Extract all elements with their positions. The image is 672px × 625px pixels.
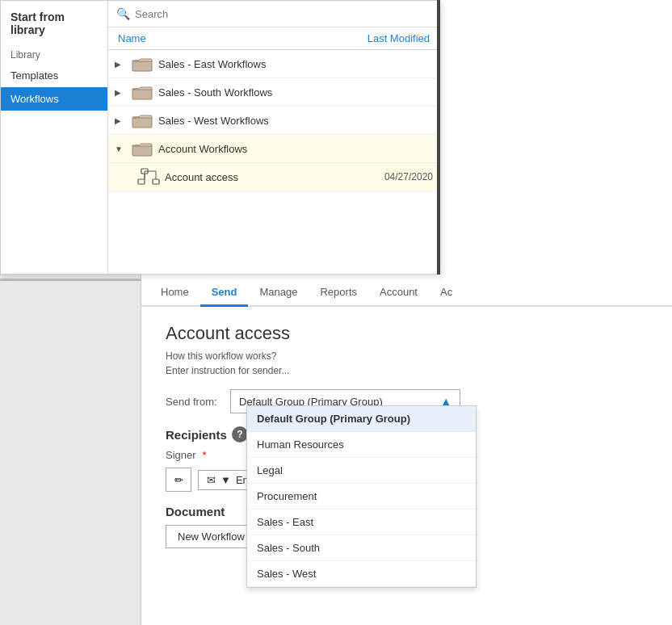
search-icon: 🔍 (116, 7, 130, 20)
expand-arrow-icon: ▶ (115, 88, 128, 97)
help-icon[interactable]: ? (232, 426, 248, 443)
tab-ac[interactable]: Ac (429, 279, 464, 307)
dropdown-item-1[interactable]: Human Resources (247, 432, 476, 458)
dropdown-item-2[interactable]: Legal (247, 458, 476, 484)
dropdown-item-3[interactable]: Procurement (247, 484, 476, 510)
app-container: Home Send Manage Reports Account Ac Acco… (0, 0, 672, 625)
dropdown-menu: Default Group (Primary Group) Human Reso… (246, 405, 477, 588)
search-container: 🔍 (108, 1, 439, 27)
dropdown-chevron: ▼ (220, 474, 231, 486)
svg-rect-1 (132, 89, 152, 99)
library-label: Library (1, 44, 107, 64)
overlay-panel: Start from library Library Templates Wor… (0, 0, 440, 275)
expand-arrow-icon: ▶ (115, 116, 128, 125)
bottom-left-shadow (0, 275, 141, 625)
search-input[interactable] (135, 8, 431, 20)
sidebar: Start from library Library Templates Wor… (1, 1, 108, 274)
table-row[interactable]: ▼ Account Workflows (108, 135, 439, 163)
sidebar-item-workflows[interactable]: Workflows (1, 87, 107, 111)
table-row[interactable]: Account access 04/27/2020 (108, 163, 439, 191)
svg-rect-3 (132, 145, 152, 156)
workflow-icon (137, 168, 160, 186)
file-name: Sales - West Workflows (158, 115, 433, 127)
form-title: Account access (166, 323, 648, 344)
tab-account[interactable]: Account (368, 279, 429, 307)
recipients-label: Recipients (166, 428, 227, 442)
email-icon: ✉ (207, 474, 216, 486)
file-name: Account Workflows (158, 143, 433, 155)
tab-send[interactable]: Send (200, 279, 249, 307)
form-desc2: Enter instruction for sender... (166, 365, 648, 376)
file-panel: 🔍 Name Last Modified ▶ Sales - East Work… (108, 1, 439, 274)
file-name: Sales - East Workflows (158, 58, 433, 70)
file-list: ▶ Sales - East Workflows ▶ Sales - South… (108, 50, 439, 274)
send-from-label: Send from: (166, 396, 222, 408)
folder-icon (131, 55, 153, 73)
expand-arrow-icon: ▼ (115, 145, 128, 153)
file-name: Sales - South Workflows (158, 86, 433, 99)
pen-icon: ✏ (174, 474, 183, 486)
svg-rect-2 (132, 117, 152, 128)
expand-arrow-icon: ▶ (115, 60, 128, 69)
shadow-line (0, 279, 141, 281)
nav-bar: Home Send Manage Reports Account Ac (141, 275, 672, 307)
dropdown-item-0[interactable]: Default Group (Primary Group) (247, 406, 476, 432)
vertical-divider (437, 0, 440, 275)
col-modified-header[interactable]: Last Modified (368, 32, 430, 44)
table-row[interactable]: ▶ Sales - South Workflows (108, 78, 439, 107)
file-name: Account access (165, 171, 384, 183)
dropdown-item-4[interactable]: Sales - East (247, 510, 476, 535)
folder-icon (131, 111, 153, 129)
dropdown-item-6[interactable]: Sales - West (247, 561, 476, 587)
tab-manage[interactable]: Manage (248, 279, 309, 307)
svg-rect-5 (138, 179, 145, 184)
file-date: 04/27/2020 (384, 171, 433, 182)
sidebar-item-templates[interactable]: Templates (1, 64, 107, 87)
table-row[interactable]: ▶ Sales - West Workflows (108, 107, 439, 135)
pen-button[interactable]: ✏ (166, 468, 191, 492)
svg-rect-6 (153, 179, 159, 184)
tab-home[interactable]: Home (149, 279, 200, 307)
file-table-header: Name Last Modified (108, 27, 439, 50)
tab-reports[interactable]: Reports (309, 279, 368, 307)
panel-title: Start from library (1, 1, 107, 44)
col-name-header[interactable]: Name (118, 32, 146, 44)
folder-icon (131, 140, 153, 157)
required-star: * (203, 449, 207, 461)
dropdown-item-5[interactable]: Sales - South (247, 535, 476, 561)
signer-label: Signer (166, 449, 196, 461)
folder-icon (131, 83, 153, 101)
table-row[interactable]: ▶ Sales - East Workflows (108, 50, 439, 78)
new-workflow-button[interactable]: New Workflow (166, 525, 257, 548)
svg-rect-0 (132, 61, 152, 71)
form-desc1: How this workflow works? (166, 350, 648, 362)
